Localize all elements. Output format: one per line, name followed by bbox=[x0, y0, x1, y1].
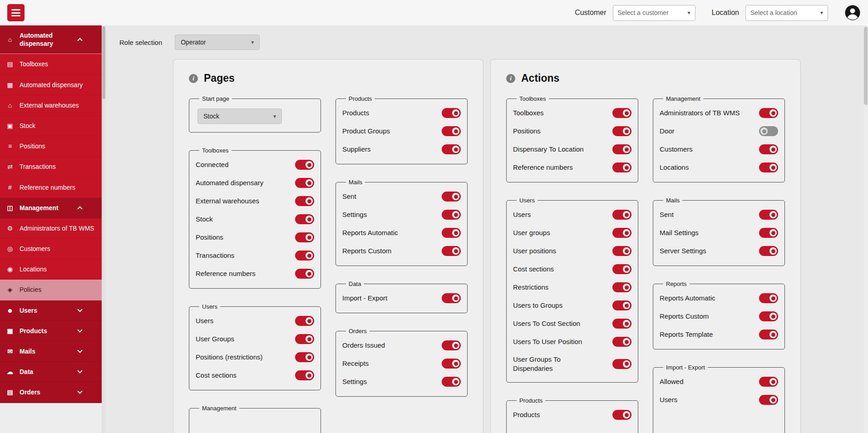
toggle-allowed[interactable] bbox=[759, 377, 778, 387]
sidebar-item-reference-numbers[interactable]: #Reference numbers bbox=[0, 177, 102, 198]
group-data: DataImport - Export bbox=[335, 280, 468, 313]
menu-button[interactable] bbox=[7, 4, 25, 21]
sidebar-item-management[interactable]: ◫Management bbox=[0, 198, 102, 218]
toggle-knob bbox=[306, 354, 313, 361]
toggle-locations[interactable] bbox=[759, 162, 778, 172]
customers-icon: ◎ bbox=[5, 245, 15, 253]
sidebar-item-automated-dispensary[interactable]: ▦Automated dispensary bbox=[0, 75, 102, 95]
toggle-user-groups[interactable] bbox=[295, 334, 314, 344]
toggle-receipts[interactable] bbox=[442, 359, 461, 369]
toggle-user-groups[interactable] bbox=[612, 228, 631, 238]
toggle-products[interactable] bbox=[442, 108, 461, 118]
setting-label: Users To User Position bbox=[513, 337, 582, 346]
toggle-reference-numbers[interactable] bbox=[612, 162, 631, 172]
toggle-reports-automatic[interactable] bbox=[442, 228, 461, 238]
sidebar-item-policies[interactable]: ◈Policies bbox=[0, 280, 102, 300]
sidebar-item-mails[interactable]: ✉Mails bbox=[0, 341, 102, 362]
toggle-cost-sections[interactable] bbox=[295, 370, 314, 380]
sidebar-item-toolboxes[interactable]: ▤Toolboxes bbox=[0, 54, 102, 74]
toggle-settings[interactable] bbox=[442, 377, 461, 387]
setting-label: Reports Custom bbox=[342, 246, 391, 256]
location-select[interactable]: Select a location ▾ bbox=[745, 5, 828, 21]
sidebar-item-transactions[interactable]: ⇄Transactions bbox=[0, 157, 102, 177]
toggle-server-settings[interactable] bbox=[759, 246, 778, 256]
user-avatar[interactable] bbox=[844, 5, 861, 21]
sidebar-item-external-warehouses[interactable]: ⌂External warehouses bbox=[0, 95, 102, 116]
page-title: Pages bbox=[204, 72, 235, 84]
toggle-restrictions[interactable] bbox=[612, 282, 631, 292]
toggle-positions-restrictions[interactable] bbox=[295, 352, 314, 362]
toggle-users-to-groups[interactable] bbox=[612, 300, 631, 310]
sidebar-scrollbar-thumb[interactable] bbox=[102, 26, 105, 99]
toggle-stock[interactable] bbox=[295, 214, 314, 224]
toggle-users[interactable] bbox=[295, 316, 314, 326]
toggle-sent[interactable] bbox=[759, 210, 778, 220]
sidebar-item-administrators-of-tb-wms[interactable]: ⚙Administrators of TB WMS bbox=[0, 218, 102, 239]
toggle-product-groups[interactable] bbox=[442, 126, 461, 136]
toggle-reports-template[interactable] bbox=[759, 330, 778, 340]
toggle-user-groups-to-dispendaries[interactable] bbox=[612, 359, 631, 369]
group-legend: Mails bbox=[346, 179, 365, 186]
toggle-external-warehouses[interactable] bbox=[295, 196, 314, 206]
sidebar-scrollbar[interactable] bbox=[102, 25, 106, 433]
role-select[interactable]: Operator ▾ bbox=[175, 34, 260, 50]
toggle-sent[interactable] bbox=[442, 192, 461, 202]
toggle-reports-custom[interactable] bbox=[442, 246, 461, 256]
toggle-users[interactable] bbox=[759, 395, 778, 405]
toggle-connected[interactable] bbox=[295, 160, 314, 170]
setting-row: Positions bbox=[196, 228, 314, 246]
sidebar-item-label: Mails bbox=[20, 347, 73, 355]
toggle-knob bbox=[623, 302, 630, 309]
toggle-reports-custom[interactable] bbox=[759, 311, 778, 321]
toggle-positions[interactable] bbox=[295, 232, 314, 242]
info-icon[interactable]: i bbox=[506, 74, 515, 83]
setting-label: Server Settings bbox=[660, 246, 706, 256]
toggle-users[interactable] bbox=[612, 210, 631, 220]
toggle-users-to-cost-section[interactable] bbox=[612, 319, 631, 329]
toggle-orders-issued[interactable] bbox=[442, 340, 461, 350]
toggle-door[interactable] bbox=[759, 126, 778, 136]
sidebar-item-stock[interactable]: ▣Stock bbox=[0, 116, 102, 136]
group-legend: Products bbox=[346, 95, 375, 102]
toggle-suppliers[interactable] bbox=[442, 144, 461, 154]
toggle-reference-numbers[interactable] bbox=[295, 269, 314, 279]
toggle-reports-automatic[interactable] bbox=[759, 293, 778, 303]
group-products: ProductsProducts bbox=[506, 397, 638, 433]
page-scrollbar-thumb[interactable] bbox=[864, 27, 868, 105]
sidebar-item-label: External warehouses bbox=[20, 101, 96, 109]
toggle-customers[interactable] bbox=[759, 144, 778, 154]
sidebar-item-positions[interactable]: ≡Positions bbox=[0, 136, 102, 157]
customer-select[interactable]: Select a customer ▾ bbox=[613, 5, 695, 21]
toggle-positions[interactable] bbox=[612, 126, 631, 136]
sidebar-item-users[interactable]: ☻Users bbox=[0, 300, 102, 321]
toggle-toolboxes[interactable] bbox=[612, 108, 631, 118]
toggle-transactions[interactable] bbox=[295, 251, 314, 261]
toggle-user-positions[interactable] bbox=[612, 246, 631, 256]
toggle-users-to-user-position[interactable] bbox=[612, 337, 631, 347]
toggle-automated-dispensary[interactable] bbox=[295, 178, 314, 188]
toggle-knob bbox=[452, 360, 459, 367]
toggle-products[interactable] bbox=[612, 410, 631, 420]
sidebar-item-locations[interactable]: ◉Locations bbox=[0, 259, 102, 280]
toggle-settings[interactable] bbox=[442, 210, 461, 220]
page-scrollbar[interactable] bbox=[863, 25, 868, 433]
sidebar-item-orders[interactable]: ▤Orders bbox=[0, 382, 102, 403]
sidebar-item-products[interactable]: ▦Products bbox=[0, 321, 102, 341]
group-legend: Management bbox=[663, 95, 703, 102]
toggle-knob bbox=[623, 247, 630, 255]
setting-row: Cost sections bbox=[513, 260, 631, 278]
setting-label: Customers bbox=[660, 145, 693, 154]
sidebar-item-customers[interactable]: ◎Customers bbox=[0, 239, 102, 259]
sidebar-item-data[interactable]: ☁Data bbox=[0, 362, 102, 382]
toggle-import-export[interactable] bbox=[442, 293, 461, 303]
toggle-mail-settings[interactable] bbox=[759, 228, 778, 238]
toggle-administrators-of-tb-wms[interactable] bbox=[759, 108, 778, 118]
start-page-select[interactable]: Stock▾ bbox=[197, 108, 282, 124]
sidebar-item-automated-dispensary[interactable]: ⌂Automated dispensary bbox=[0, 25, 102, 54]
toggle-cost-sections[interactable] bbox=[612, 264, 631, 274]
setting-label: Reports Custom bbox=[660, 312, 709, 321]
info-icon[interactable]: i bbox=[189, 74, 198, 83]
setting-row: Users bbox=[513, 206, 631, 224]
sidebar-item-label: Toolboxes bbox=[20, 60, 96, 68]
toggle-dispensary-to-location[interactable] bbox=[612, 144, 631, 154]
